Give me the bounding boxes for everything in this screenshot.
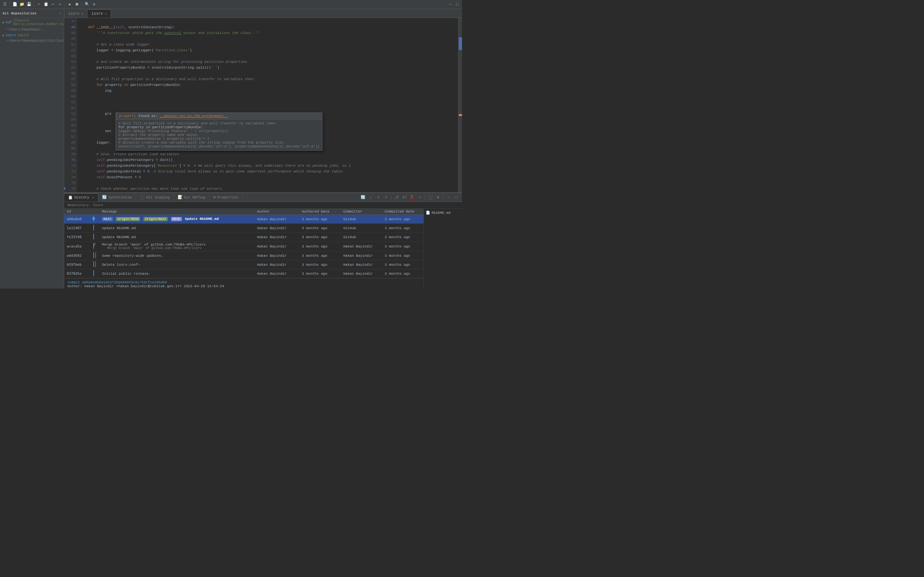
code-line-52: logger = logging.getLogger('Partition_cl… bbox=[79, 47, 456, 53]
code-line-51: # Get a class wide logger. bbox=[79, 42, 456, 47]
badge-head: HEAD bbox=[171, 217, 182, 221]
code-line-56 bbox=[79, 71, 456, 76]
col-id: Id bbox=[64, 209, 88, 215]
table-row[interactable]: add3692 Some repository-wide updates. bbox=[64, 251, 423, 260]
toolbar-maximize[interactable]: □ bbox=[454, 2, 460, 7]
code-line-60 bbox=[79, 93, 456, 99]
branch-btn[interactable]: ⎇ bbox=[393, 194, 400, 201]
repo-item-lssrv[interactable]: ▶ lssrv [main] bbox=[0, 32, 64, 38]
table-row[interactable]: fe33f48 Update README.md Hakan Bayindir … bbox=[64, 233, 423, 242]
settings-btn[interactable]: ⚙ bbox=[435, 194, 441, 201]
graph-col-2 bbox=[88, 224, 99, 233]
toolbar-cut[interactable]: ✂ bbox=[36, 2, 42, 7]
code-line-58: for property in partitionPropertyBundle: bbox=[79, 82, 456, 88]
tab-bar: lssrv ✕ lssrv ✕ bbox=[64, 9, 462, 18]
revert-btn[interactable]: ↩ bbox=[417, 194, 423, 201]
toolbar-new[interactable]: 📄 bbox=[12, 2, 18, 7]
toolbar-open[interactable]: 📁 bbox=[19, 2, 25, 7]
toolbar-run[interactable]: ▶ bbox=[67, 2, 73, 7]
tag-btn[interactable]: 🏷 bbox=[401, 194, 407, 201]
file-readme[interactable]: 📄 README.md bbox=[425, 210, 461, 215]
ac-line-5: propertyNameAndValue = property.split(b'… bbox=[118, 137, 320, 141]
top-toolbar: ☰ 📄 📁 💾 ✂ 📋 ↩ ↪ ▶ ⏹ 🔍 ⚙ — □ bbox=[0, 0, 462, 9]
toolbar-minimize[interactable]: — bbox=[447, 2, 453, 7]
autocomplete-found-text: Found at: bbox=[139, 114, 160, 118]
graph-col bbox=[88, 215, 99, 224]
code-editor: 47 48 49 50 51 52 53 54 55 56 57 58 59 6… bbox=[64, 18, 462, 192]
left-panel-close-icon[interactable]: ✕ bbox=[59, 11, 61, 15]
code-line-74: self.busyCPUCount = 0 bbox=[79, 174, 456, 180]
toolbar-settings[interactable]: ⚙ bbox=[91, 2, 97, 7]
commit-committed-date-5: 3 months ago bbox=[382, 251, 423, 260]
left-panel-header: Git Repositories ✕ bbox=[0, 9, 64, 18]
diff-btn[interactable]: ⬛ bbox=[427, 194, 433, 201]
table-row[interactable]: a08a0a8 main or bbox=[64, 215, 423, 224]
table-row[interactable]: 1a12407 Update README.md Hakan Bayindir … bbox=[64, 224, 423, 233]
minimize-panel-btn[interactable]: — bbox=[445, 194, 452, 201]
push-btn[interactable]: ⬆ bbox=[383, 194, 389, 201]
repo-branch-lssrv: [main] bbox=[17, 34, 29, 37]
cherry-pick-btn[interactable]: 🍒 bbox=[409, 194, 415, 201]
commit-hash-line: commit a08a0a8b6a1de3720a086653c6c756cfc… bbox=[67, 280, 420, 284]
history-toolbar: 🔄 ↕ ⬇ ⬆ ⎇ 🏷 🍒 ↩ ⬛ ⚙ — □ bbox=[360, 194, 459, 201]
toolbar-undo[interactable]: ↩ bbox=[50, 2, 56, 7]
commit-message-3: Update README.md bbox=[99, 233, 255, 242]
commit-authored-date: 3 months ago bbox=[299, 215, 341, 224]
table-row[interactable]: acaca5a Merge branch 'main' of gith bbox=[64, 242, 423, 251]
code-line-72: self.pendingJobsPerCategory['Resources']… bbox=[79, 163, 456, 169]
tab-synchronize[interactable]: 🔄 Synchronize bbox=[98, 193, 136, 201]
tab-label-2: lssrv bbox=[91, 11, 103, 16]
fetch-btn[interactable]: ⬇ bbox=[375, 194, 381, 201]
commit-committed-date-6: 3 months ago bbox=[382, 260, 423, 269]
history-content: Repository: lssrv Id Message Author Auth… bbox=[64, 202, 462, 288]
ac-line-7: setattr(self, propertyNameAndValue[0].de… bbox=[118, 145, 320, 148]
toolbar-search[interactable]: 🔍 bbox=[84, 2, 90, 7]
ac-line-2: for property in partitionPropertyBundle: bbox=[118, 125, 320, 129]
ac-line-1: # Will fill properties to a dictionary a… bbox=[118, 121, 320, 125]
right-scrollbar[interactable] bbox=[458, 18, 462, 192]
autocomplete-module-path: __module_not_in_the_pythonpath__ bbox=[160, 114, 228, 118]
commit-authored-date-5: 3 months ago bbox=[299, 251, 341, 260]
tab-close-2[interactable]: ✕ bbox=[105, 12, 107, 16]
code-line-53 bbox=[79, 53, 456, 59]
main-layout: Git Repositories ✕ ▶ b3f [feature-matrix… bbox=[0, 9, 462, 288]
col-author: Author bbox=[254, 209, 299, 215]
commit-authored-date-4: 3 months ago bbox=[299, 242, 341, 251]
commit-author-7: Hakan Bayindir bbox=[254, 269, 299, 278]
toolbar-stop[interactable]: ⏹ bbox=[74, 2, 80, 7]
table-row[interactable]: 8378d5e Initial public release. Hakan Ba… bbox=[64, 269, 423, 278]
toolbar-sep-h1 bbox=[391, 195, 391, 200]
tab-git-staging[interactable]: ⬛ Git Staging bbox=[136, 193, 174, 201]
toolbar-save[interactable]: 💾 bbox=[26, 2, 32, 7]
commit-id-3: fe33f48 bbox=[64, 233, 88, 242]
ac-line-6: # Directly create a new variable with th… bbox=[118, 141, 320, 145]
repo-item-b3f[interactable]: ▶ b3f [feature-matrix_condition_number_c… bbox=[0, 18, 64, 27]
toolbar-redo[interactable]: ↪ bbox=[57, 2, 63, 7]
tab-close-1[interactable]: ✕ bbox=[81, 12, 83, 16]
sync-btn[interactable]: ↕ bbox=[367, 194, 374, 201]
toolbar-sep-1 bbox=[10, 2, 10, 7]
tab-git-reflog[interactable]: 📝 Git Reflog bbox=[174, 193, 210, 201]
tab-sync-label: Synchronize bbox=[108, 195, 132, 199]
tab-properties[interactable]: ⚙ Properties bbox=[210, 193, 242, 201]
tab-lssrv-1[interactable]: lssrv ✕ bbox=[64, 9, 87, 18]
repo-label: Repository: lssrv bbox=[64, 202, 462, 209]
repo-id-b3f: b3f bbox=[5, 21, 12, 24]
code-content[interactable]: def __init__(self, scontrolOutputString)… bbox=[77, 18, 458, 192]
autocomplete-body: # Will fill properties to a dictionary a… bbox=[116, 119, 322, 150]
table-row[interactable]: b597beb Delete lssrv.conf~ Hakan Bayin bbox=[64, 260, 423, 269]
tab-lssrv-2[interactable]: lssrv ✕ bbox=[87, 9, 111, 18]
maximize-panel-btn[interactable]: □ bbox=[453, 194, 459, 201]
commit-id: a08a0a8 bbox=[64, 215, 88, 224]
code-line-50 bbox=[79, 36, 456, 42]
file-icon: 📄 bbox=[426, 211, 430, 215]
tab-history[interactable]: 📋 History ✕ bbox=[64, 193, 98, 201]
commit-committed-date-7: 3 months ago bbox=[382, 269, 423, 278]
toolbar-icon-menu[interactable]: ☰ bbox=[2, 2, 8, 7]
repo-arrow-lssrv: ▶ bbox=[3, 34, 4, 37]
right-file-panel: 📄 README.md bbox=[423, 209, 462, 288]
commit-id: 1a12407 bbox=[64, 224, 88, 233]
toolbar-copy[interactable]: 📋 bbox=[43, 2, 49, 7]
tab-history-close[interactable]: ✕ bbox=[92, 195, 94, 199]
refresh-btn[interactable]: 🔄 bbox=[360, 194, 366, 201]
